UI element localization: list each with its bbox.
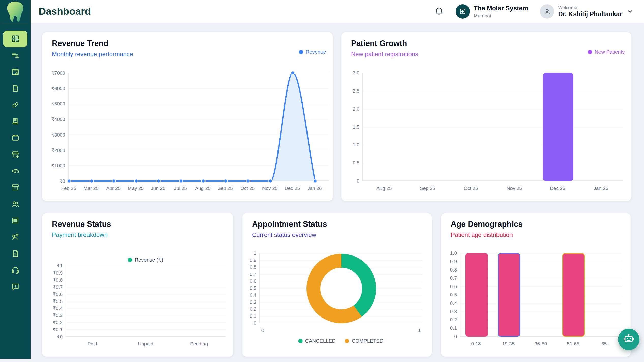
data-point-Feb 25[interactable] [67, 179, 71, 183]
data-point-Mar 25[interactable] [90, 179, 93, 183]
y-axis-label: 1.5 [331, 124, 359, 130]
card-subtitle: Monthly revenue performance [52, 51, 133, 58]
legend-label: COMPLETED [352, 338, 383, 344]
y-axis-label: 0.1 [429, 325, 457, 331]
y-axis-label: 0.8 [429, 267, 457, 273]
sidebar-item-film-strip[interactable] [3, 130, 27, 146]
data-point-Jun 25[interactable] [157, 179, 160, 183]
legend-dot [588, 50, 592, 54]
card-subtitle: Current status overview [252, 231, 316, 238]
y-axis-label: 1.0 [331, 142, 359, 148]
chart-legend: CANCELLEDCOMPLETED [298, 338, 384, 344]
tooth-logo-icon[interactable] [6, 1, 25, 23]
x-axis-label: Sep 25 [420, 186, 435, 191]
data-point-Nov 25[interactable] [269, 179, 272, 183]
data-point-Sep 25[interactable] [224, 179, 227, 183]
plot-area [66, 266, 226, 337]
y-axis-label: 0.5 [429, 292, 457, 298]
bar-0-18[interactable] [465, 253, 488, 337]
sidebar-item-headset[interactable] [3, 262, 27, 278]
gridline [66, 280, 226, 280]
calendar-edit-icon [11, 68, 20, 76]
y-axis-label: ₹1 [35, 263, 63, 269]
plot-area [68, 73, 329, 181]
sidebar-item-calendar-edit[interactable] [3, 64, 27, 80]
sidebar-item-receipt[interactable] [3, 113, 27, 130]
data-point-Jul 25[interactable] [179, 179, 183, 183]
y-axis-label: 0.3 [429, 309, 457, 314]
y-axis-label: 2.0 [331, 106, 359, 112]
bell-icon[interactable] [434, 7, 444, 16]
legend-item-new-patients[interactable]: New Patients [588, 49, 625, 55]
data-point-Aug 25[interactable] [201, 179, 205, 183]
chevron-down-icon[interactable] [626, 8, 634, 15]
sidebar-item-document[interactable] [3, 80, 27, 97]
y-axis-label: 0.5 [228, 285, 256, 291]
sidebar-item-tools[interactable] [3, 229, 27, 245]
header-actions: The Molar System Mumbai Welcome, Dr. Ksh… [434, 0, 634, 23]
y-axis-label: 3.0 [331, 70, 359, 76]
headset-icon [11, 266, 20, 274]
x-axis-label: Feb 25 [61, 186, 76, 191]
chart-legend: Revenue [299, 49, 326, 55]
legend-dot [298, 339, 303, 343]
legend-item-revenue[interactable]: Revenue [299, 49, 326, 55]
sidebar-item-records[interactable] [3, 212, 27, 229]
y-axis-label: ₹1000 [37, 163, 65, 169]
y-axis-label: 0.7 [228, 272, 256, 277]
bar-Dec 25[interactable] [543, 73, 573, 181]
y-axis-label: ₹3000 [37, 132, 65, 138]
chatbot-fab[interactable] [618, 329, 639, 350]
gridline [66, 322, 226, 323]
plot-area [362, 73, 623, 181]
sidebar-item-archive-box[interactable] [3, 179, 27, 196]
clinic-selector[interactable]: The Molar System Mumbai [456, 4, 528, 19]
sidebar-item-dashboard-grid[interactable] [3, 31, 27, 47]
x-axis-label: 0-18 [471, 341, 481, 347]
y-axis-label: 0.4 [228, 292, 256, 298]
invoice-dollar-icon: $ [11, 249, 20, 258]
document-icon [11, 84, 20, 93]
legend-item-cancelled[interactable]: CANCELLED [298, 338, 336, 344]
sidebar-item-pill[interactable] [3, 97, 27, 113]
user-menu[interactable]: Welcome, Dr. Kshitij Phaltankar [540, 4, 634, 19]
sidebar-divider [2, 24, 28, 24]
y-axis-label: ₹7000 [37, 70, 65, 76]
sidebar-item-patient-list[interactable] [3, 47, 27, 64]
y-axis-label: ₹5000 [37, 101, 65, 107]
sidebar-item-people[interactable] [3, 196, 27, 212]
donut-chart[interactable] [306, 254, 376, 323]
data-point-Oct 25[interactable] [246, 179, 250, 183]
gridline [363, 73, 623, 73]
person-icon [540, 4, 554, 19]
sidebar-item-store-add[interactable] [3, 146, 27, 163]
legend-item-revenue-[interactable]: Revenue (₹) [128, 257, 163, 263]
card-subtitle: Patient age distribution [451, 231, 513, 238]
top-header: Dashboard The Molar System Mumbai [31, 0, 644, 23]
x-axis-label: Apr 25 [106, 186, 121, 191]
sidebar-nav: $ [0, 31, 31, 295]
y-axis-label: 0.4 [429, 300, 457, 306]
legend-item-completed[interactable]: COMPLETED [345, 338, 383, 344]
bar-19-35[interactable] [498, 253, 520, 337]
sidebar-item-invoice-dollar[interactable]: $ [3, 245, 27, 262]
y-axis-label: 0.9 [429, 259, 457, 264]
x-axis-label: Mar 25 [83, 186, 98, 191]
y-axis-label: ₹0.4 [35, 305, 63, 311]
y-axis-label: 0.9 [228, 258, 256, 263]
x-axis-label: Jan 26 [307, 186, 322, 191]
gridline [363, 145, 623, 145]
sidebar-item-megaphone[interactable] [3, 163, 27, 179]
gridline [363, 109, 623, 109]
data-point-Jan 26[interactable] [313, 179, 317, 183]
data-point-May 25[interactable] [135, 179, 138, 183]
sidebar-item-feedback[interactable] [3, 278, 27, 295]
bar-51-65[interactable] [562, 253, 585, 337]
horizontal-scrollbar[interactable] [0, 359, 644, 362]
data-point-Apr 25[interactable] [112, 179, 116, 183]
y-axis-label: 0.2 [228, 306, 256, 312]
x-axis-label: Dec 25 [285, 186, 300, 191]
data-point-Dec 25[interactable] [291, 71, 295, 75]
legend-label: Revenue [306, 49, 326, 55]
card-title: Appointment Status [252, 220, 327, 229]
